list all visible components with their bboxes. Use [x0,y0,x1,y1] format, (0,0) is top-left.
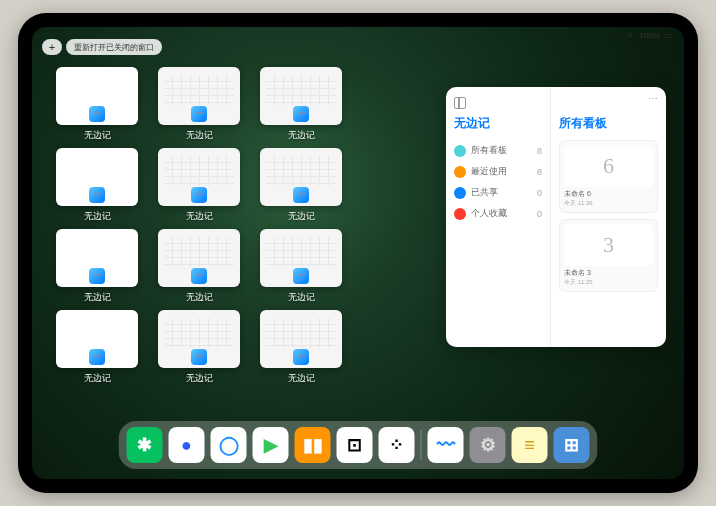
dock-grid-icon[interactable]: ⁘ [379,427,415,463]
dock-quark-icon[interactable]: ● [169,427,205,463]
tile-preview [260,229,342,287]
freeform-icon [293,106,309,122]
dock-play-icon[interactable]: ▶ [253,427,289,463]
sidebar-item[interactable]: 已共享0 [454,182,542,203]
app-switcher-grid: 无边记无边记无边记无边记无边记无边记无边记无边记无边记无边记无边记无边记 [52,67,452,385]
add-button[interactable]: + [42,39,62,55]
freeform-icon [293,187,309,203]
app-tile[interactable]: 无边记 [256,67,346,142]
dock: ✱●◯▶▮▮⊡⁘〰⚙≡⊞ [119,421,598,469]
dock-settings-icon[interactable]: ⚙ [470,427,506,463]
tile-label: 无边记 [288,372,315,385]
tile-preview [260,148,342,206]
sidebar-item-label: 所有看板 [471,144,507,157]
tile-label: 无边记 [288,210,315,223]
freeform-icon [89,349,105,365]
board-card[interactable]: 3未命名 3今天 11:25 [559,219,658,292]
tile-preview [56,148,138,206]
sidebar-item-label: 个人收藏 [471,207,507,220]
tile-label: 无边记 [186,129,213,142]
sidebar-toggle-icon[interactable] [454,97,466,109]
freeform-icon [191,268,207,284]
battery-label: 100% [640,31,660,40]
boards-title: 所有看板 [559,115,658,132]
tile-label: 无边记 [186,291,213,304]
dock-qqbrowser-icon[interactable]: ◯ [211,427,247,463]
tile-label: 无边记 [186,372,213,385]
freeform-icon [293,349,309,365]
board-label: 未命名 3 [564,268,653,278]
app-preview-card[interactable]: 无边记 所有看板8最近使用8已共享0个人收藏0 ⋯ 所有看板 6未命名 6今天 … [446,87,666,347]
board-card[interactable]: 6未命名 6今天 11:26 [559,140,658,213]
tile-label: 无边记 [288,129,315,142]
tile-label: 无边记 [84,291,111,304]
board-label: 未命名 6 [564,189,653,199]
tile-preview [158,310,240,368]
app-tile[interactable]: 无边记 [52,229,142,304]
tile-label: 无边记 [186,210,213,223]
app-tile[interactable]: 无边记 [52,310,142,385]
sidebar-item-count: 0 [537,188,542,198]
dock-wechat-icon[interactable]: ✱ [127,427,163,463]
sidebar-item-count: 0 [537,209,542,219]
ipad-frame: ᯤ 100% ▭ + 重新打开已关闭的窗口 无边记无边记无边记无边记无边记无边记… [18,13,698,493]
freeform-icon [89,268,105,284]
board-timestamp: 今天 11:25 [564,278,653,287]
tile-label: 无边记 [84,210,111,223]
dock-separator [421,430,422,460]
board-preview: 3 [564,224,653,266]
sidebar-item-icon [454,145,466,157]
app-tile[interactable]: 无边记 [154,67,244,142]
sidebar-item[interactable]: 所有看板8 [454,140,542,161]
tile-label: 无边记 [84,129,111,142]
tile-preview [260,310,342,368]
freeform-icon [89,106,105,122]
status-bar: ᯤ 100% ▭ [628,31,672,40]
sidebar-item[interactable]: 个人收藏0 [454,203,542,224]
board-timestamp: 今天 11:26 [564,199,653,208]
sidebar-item-count: 8 [537,167,542,177]
app-tile[interactable]: 无边记 [154,310,244,385]
app-tile[interactable]: 无边记 [256,310,346,385]
sidebar-item-icon [454,208,466,220]
app-tile[interactable]: 无边记 [52,148,142,223]
app-tile[interactable]: 无边记 [154,148,244,223]
sidebar-title: 无边记 [454,115,542,132]
freeform-icon [191,187,207,203]
app-tile[interactable]: 无边记 [256,148,346,223]
tile-preview [56,229,138,287]
tile-preview [260,67,342,125]
sidebar-item-label: 已共享 [471,186,498,199]
freeform-icon [191,349,207,365]
wifi-icon: ᯤ [628,31,636,40]
sidebar-item-icon [454,166,466,178]
app-tile[interactable]: 无边记 [256,229,346,304]
sidebar-item-icon [454,187,466,199]
tile-label: 无边记 [288,291,315,304]
tile-preview [56,67,138,125]
tile-preview [56,310,138,368]
freeform-icon [89,187,105,203]
more-icon[interactable]: ⋯ [648,93,658,104]
top-controls: + 重新打开已关闭的窗口 [42,39,162,55]
tile-label: 无边记 [84,372,111,385]
freeform-icon [191,106,207,122]
sidebar-panel: 无边记 所有看板8最近使用8已共享0个人收藏0 [446,87,551,347]
dock-notes-icon[interactable]: ≡ [512,427,548,463]
sidebar-item-label: 最近使用 [471,165,507,178]
screen: ᯤ 100% ▭ + 重新打开已关闭的窗口 无边记无边记无边记无边记无边记无边记… [32,27,684,479]
dock-app-library-icon[interactable]: ⊞ [554,427,590,463]
board-preview: 6 [564,145,653,187]
dock-freeform-icon[interactable]: 〰 [428,427,464,463]
tile-preview [158,67,240,125]
dock-books-icon[interactable]: ▮▮ [295,427,331,463]
tile-preview [158,148,240,206]
freeform-icon [293,268,309,284]
reopen-window-button[interactable]: 重新打开已关闭的窗口 [66,39,162,55]
app-tile[interactable]: 无边记 [154,229,244,304]
sidebar-item[interactable]: 最近使用8 [454,161,542,182]
dock-dice-icon[interactable]: ⊡ [337,427,373,463]
boards-panel: ⋯ 所有看板 6未命名 6今天 11:263未命名 3今天 11:25 [551,87,666,347]
sidebar-item-count: 8 [537,146,542,156]
app-tile[interactable]: 无边记 [52,67,142,142]
